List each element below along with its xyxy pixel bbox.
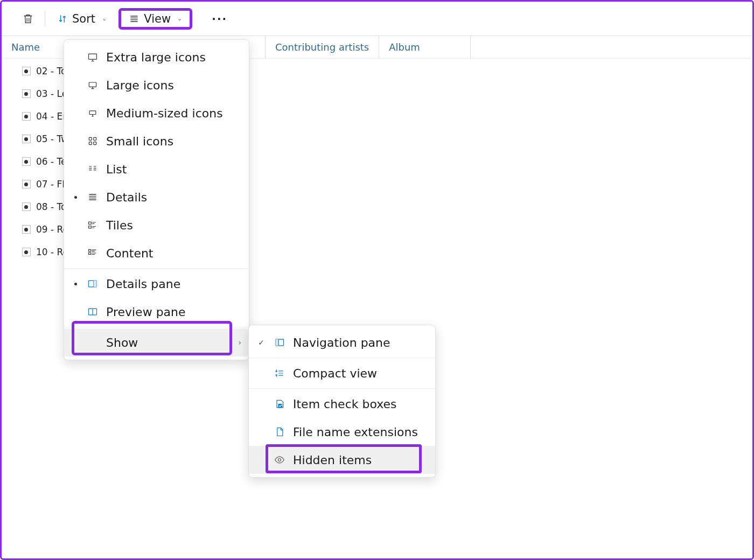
grid-icon [87, 136, 99, 146]
column-album[interactable]: Album [379, 36, 471, 58]
menu-label: Medium-sized icons [106, 107, 223, 120]
view-dropdown: Extra large icons Large icons Medium-siz… [64, 39, 249, 360]
view-label: View [144, 12, 171, 25]
svg-rect-9 [89, 249, 91, 251]
trash-icon [22, 13, 34, 25]
navigation-pane-icon [274, 337, 285, 348]
menu-label: Small icons [106, 135, 173, 148]
menu-extra-large-icons[interactable]: Extra large icons [64, 43, 249, 71]
media-file-icon [22, 202, 31, 211]
svg-rect-5 [89, 142, 92, 145]
menu-file-name-extensions[interactable]: File name extensions [249, 418, 435, 446]
svg-rect-10 [89, 253, 91, 254]
view-button[interactable]: View ⌄ [118, 8, 192, 30]
monitor-icon [87, 80, 99, 90]
menu-medium-icons[interactable]: Medium-sized icons [64, 99, 249, 127]
more-icon: ··· [212, 12, 227, 25]
svg-rect-1 [89, 82, 96, 87]
more-button[interactable]: ··· [206, 8, 233, 30]
menu-large-icons[interactable]: Large icons [64, 71, 249, 99]
media-file-icon [22, 89, 31, 98]
menu-label: Details [106, 191, 147, 204]
svg-rect-0 [89, 54, 97, 59]
menu-hidden-items[interactable]: Hidden items [249, 446, 435, 474]
compact-icon [274, 368, 285, 379]
monitor-icon [87, 108, 99, 118]
menu-label: Preview pane [106, 305, 186, 319]
sort-label: Sort [72, 12, 95, 25]
details-pane-icon [87, 278, 99, 289]
menu-tiles[interactable]: Tiles [64, 211, 249, 239]
list-icon [129, 13, 139, 24]
menu-navigation-pane[interactable]: ✓ Navigation pane [249, 328, 435, 356]
media-file-icon [22, 225, 31, 234]
chevron-right-icon: › [238, 338, 241, 347]
monitor-icon [87, 52, 99, 62]
menu-compact-view[interactable]: Compact view [249, 359, 435, 387]
content-icon [87, 248, 99, 258]
media-file-icon [22, 67, 31, 75]
sort-button[interactable]: Sort ⌄ [52, 8, 112, 30]
menu-label: File name extensions [293, 425, 418, 439]
list-icon [87, 164, 99, 174]
separator [64, 327, 249, 327]
menu-preview-pane[interactable]: Preview pane [64, 298, 249, 326]
separator [64, 268, 249, 269]
menu-label: Large icons [106, 79, 174, 92]
preview-pane-icon [87, 306, 99, 317]
delete-button[interactable] [18, 8, 38, 30]
menu-label: Extra large icons [106, 51, 206, 64]
svg-rect-8 [89, 226, 92, 228]
menu-label: Content [106, 247, 153, 260]
selected-bullet-icon [74, 196, 77, 199]
svg-point-17 [278, 459, 281, 461]
chevron-down-icon: ⌄ [177, 15, 182, 22]
menu-label: Details pane [106, 277, 180, 291]
column-contributing-artists[interactable]: Contributing artists [266, 36, 379, 58]
media-file-icon [22, 157, 31, 166]
menu-label: Show [106, 336, 138, 349]
menu-details[interactable]: Details [64, 183, 249, 211]
svg-rect-7 [89, 222, 92, 224]
separator [249, 358, 435, 358]
media-file-icon [22, 135, 31, 143]
file-name: 02 - To [36, 66, 66, 76]
svg-rect-4 [94, 137, 96, 140]
menu-show[interactable]: Show › [64, 328, 249, 356]
selected-bullet-icon [74, 283, 77, 285]
checkbox-icon [274, 398, 285, 409]
menu-label: Hidden items [293, 453, 372, 467]
svg-rect-3 [89, 137, 92, 140]
svg-rect-15 [276, 339, 279, 346]
media-file-icon [22, 112, 31, 121]
file-icon [274, 426, 285, 437]
show-submenu: ✓ Navigation pane Compact view Item chec… [248, 325, 436, 478]
details-icon [87, 192, 99, 202]
toolbar: Sort ⌄ View ⌄ ··· [2, 2, 752, 36]
menu-content[interactable]: Content [64, 239, 249, 267]
menu-label: List [106, 163, 127, 176]
separator [249, 388, 435, 389]
menu-small-icons[interactable]: Small icons [64, 127, 249, 155]
menu-item-check-boxes[interactable]: Item check boxes [249, 390, 435, 418]
svg-rect-2 [89, 111, 96, 115]
eye-icon [274, 454, 285, 465]
menu-details-pane[interactable]: Details pane [64, 270, 249, 298]
menu-label: Compact view [293, 367, 377, 380]
svg-rect-6 [94, 142, 96, 145]
menu-list[interactable]: List [64, 155, 249, 183]
sort-icon [57, 13, 68, 24]
media-file-icon [22, 180, 31, 188]
tiles-icon [87, 220, 99, 230]
menu-label: Navigation pane [293, 336, 390, 349]
chevron-down-icon: ⌄ [102, 15, 107, 22]
menu-label: Tiles [106, 219, 133, 232]
svg-rect-12 [94, 281, 97, 287]
menu-label: Item check boxes [293, 397, 397, 411]
media-file-icon [22, 248, 31, 256]
check-icon: ✓ [256, 338, 266, 347]
